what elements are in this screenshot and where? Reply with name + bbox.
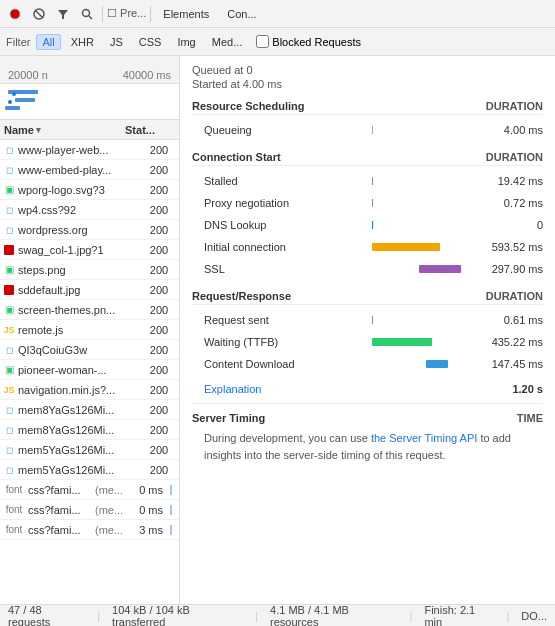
filter-all-button[interactable]: All [36,34,60,50]
timing-value: 297.90 ms [473,263,543,275]
timeline-header: 20000 n 40000 ms [0,56,179,84]
table-row[interactable]: ◻ www-player-web... 200 [0,140,179,160]
table-row[interactable]: ◻ mem8YaGs126Mi... 200 [0,400,179,420]
filter-js-button[interactable]: JS [104,34,129,50]
timing-bar-orange [372,243,440,251]
record-button[interactable] [4,3,26,25]
timing-name: Waiting (TTFB) [204,336,344,348]
blocked-requests-checkbox-label[interactable]: Blocked Requests [256,35,361,48]
request-response-header: Request/Response DURATION [192,290,543,305]
table-row[interactable]: ▣ steps.png 200 [0,260,179,280]
table-row[interactable]: sddefault.jpg 200 [0,280,179,300]
row-icon [2,243,16,257]
table-row[interactable]: ▣ wporg-logo.svg?3 200 [0,180,179,200]
server-timing-description: During development, you can use the Serv… [192,430,543,463]
svg-marker-3 [58,10,68,19]
status-requests: 47 / 48 requests [8,604,85,627]
timing-name: Request sent [204,314,344,326]
timing-row-proxy: Proxy negotiation 0.72 ms [192,192,543,214]
font-bar [170,525,172,535]
row-name: www-embed-play... [18,164,139,176]
table-row[interactable]: JS remote.js 200 [0,320,179,340]
started-at: Started at 4.00 ms [192,78,543,90]
font-row[interactable]: font css?fami... (me... 0 ms [0,500,179,520]
row-name: wporg-logo.svg?3 [18,184,139,196]
svg-point-4 [83,9,90,16]
timing-tick [372,199,373,207]
timing-value: 19.42 ms [473,175,543,187]
status-dom: DO... [521,610,547,622]
row-name: mem5YaGs126Mi... [18,444,139,456]
table-row[interactable]: swag_col-1.jpg?1 200 [0,240,179,260]
timing-row-stalled: Stalled 19.42 ms [192,170,543,192]
search-button[interactable] [76,3,98,25]
explanation-link[interactable]: Explanation [204,383,262,395]
row-icon: ◻ [2,423,16,437]
table-row[interactable]: ▣ pioneer-woman-... 200 [0,360,179,380]
timing-bar-area [344,175,473,187]
filter-css-button[interactable]: CSS [133,34,168,50]
font-bar-area [163,505,179,515]
request-response-title: Request/Response [192,290,291,302]
font-row[interactable]: font css?fami... (me... 0 ms [0,480,179,500]
table-row[interactable]: ◻ mem8YaGs126Mi... 200 [0,420,179,440]
toolbar-separator-2 [150,6,151,22]
timing-panel: Queued at 0 Started at 4.00 ms Resource … [180,56,555,471]
tab-console[interactable]: Con... [219,6,264,22]
timing-name: SSL [204,263,344,275]
total-time: 1.20 s [512,383,543,395]
timing-row-queueing: Queueing 4.00 ms [192,119,543,141]
row-icon: ◻ [2,143,16,157]
row-name: mem8YaGs126Mi... [18,424,139,436]
table-row[interactable]: ▣ screen-themes.pn... 200 [0,300,179,320]
svg-line-2 [35,10,43,18]
clear-button[interactable] [28,3,50,25]
timing-value: 435.22 ms [473,336,543,348]
server-timing-api-link[interactable]: the Server Timing API [371,432,477,444]
table-row[interactable]: ◻ QI3qCoiuG3w 200 [0,340,179,360]
server-timing-title: Server Timing [192,412,265,424]
server-timing-section: Server Timing TIME During development, y… [192,403,543,463]
col-name-header[interactable]: Name ▾ [0,124,120,136]
preserve-log-label[interactable]: ☐ Pre... [107,7,146,20]
explanation-row: Explanation 1.20 s [192,383,543,395]
row-name: swag_col-1.jpg?1 [18,244,139,256]
filter-xhr-button[interactable]: XHR [65,34,100,50]
timing-tick [372,316,373,324]
server-timing-time-label: TIME [517,412,543,424]
table-row[interactable]: ◻ mem5YaGs126Mi... 200 [0,440,179,460]
filter-img-button[interactable]: Img [171,34,201,50]
table-row[interactable]: ◻ wordpress.org 200 [0,220,179,240]
font-detail: (me... [93,504,135,516]
filter-button[interactable] [52,3,74,25]
row-name: www-player-web... [18,144,139,156]
row-name: navigation.min.js?... [18,384,139,396]
col-status-header[interactable]: Stat... [120,124,160,136]
blocked-requests-checkbox[interactable] [256,35,269,48]
timing-value: 147.45 ms [473,358,543,370]
row-status: 200 [139,304,179,316]
timing-tick [372,177,373,185]
filter-label: Filter [6,36,30,48]
server-timing-header: Server Timing TIME [192,412,543,424]
font-row[interactable]: font css?fami... (me... 3 ms [0,520,179,540]
row-icon: ▣ [2,183,16,197]
row-status: 200 [139,204,179,216]
waterfall-dot-1 [12,92,16,96]
table-row[interactable]: JS navigation.min.js?... 200 [0,380,179,400]
timing-row-dns: DNS Lookup 0 [192,214,543,236]
row-status: 200 [139,424,179,436]
row-status: 200 [139,224,179,236]
table-row[interactable]: ◻ www-embed-play... 200 [0,160,179,180]
filter-bar: Filter All XHR JS CSS Img Med... Blocked… [0,28,555,56]
table-row[interactable]: ◻ wp4.css?92 200 [0,200,179,220]
font-bar [170,505,172,515]
waterfall-bar-2 [15,98,35,102]
row-icon: ◻ [2,463,16,477]
tab-elements[interactable]: Elements [155,6,217,22]
row-status: 200 [139,164,179,176]
filter-media-button[interactable]: Med... [206,34,249,50]
table-row[interactable]: ◻ mem5YaGs126Mi... 200 [0,460,179,480]
row-status: 200 [139,364,179,376]
svg-point-0 [10,9,20,19]
